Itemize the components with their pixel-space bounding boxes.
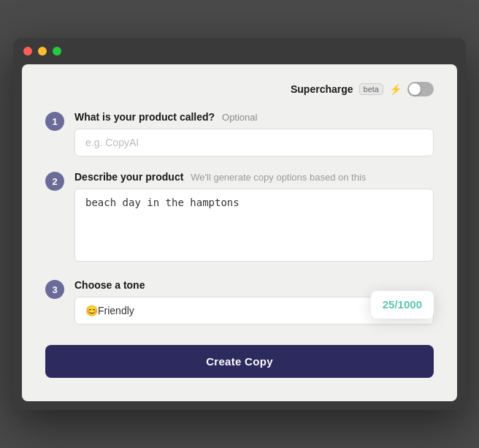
step-1: 1 What is your product called? Optional	[45, 111, 434, 156]
product-name-input[interactable]	[74, 129, 434, 156]
maximize-button[interactable]	[53, 47, 61, 56]
beta-badge: beta	[359, 83, 383, 95]
supercharge-toggle[interactable]	[407, 82, 434, 96]
step-2-title: Describe your product We'll generate cop…	[74, 171, 434, 183]
step-1-number: 1	[45, 112, 64, 131]
textarea-wrapper: beach day in the hamptons	[74, 189, 434, 265]
product-description-textarea[interactable]: beach day in the hamptons	[74, 189, 434, 262]
close-button[interactable]	[23, 47, 32, 56]
minimize-button[interactable]	[38, 47, 47, 56]
step-2-number: 2	[45, 172, 64, 191]
step-2: 2 Describe your product We'll generate c…	[45, 171, 434, 265]
step-1-optional: Optional	[222, 112, 257, 123]
supercharge-row: Supercharge beta ⚡	[45, 82, 434, 96]
step-3-title: Choose a tone	[74, 279, 434, 291]
char-counter-popup: 25/1000	[371, 291, 434, 319]
create-copy-button[interactable]: Create Copy	[45, 345, 434, 378]
supercharge-label: Supercharge	[291, 83, 353, 95]
main-content: Supercharge beta ⚡ 1 What is your produc…	[22, 64, 457, 401]
step-2-body: Describe your product We'll generate cop…	[74, 171, 434, 265]
step-3-number: 3	[45, 280, 64, 299]
char-counter-value: 25/1000	[383, 298, 422, 311]
app-window: Supercharge beta ⚡ 1 What is your produc…	[13, 38, 466, 410]
toggle-knob	[409, 83, 421, 95]
step-2-subtitle: We'll generate copy options based on thi…	[191, 172, 366, 183]
step-1-title: What is your product called? Optional	[74, 111, 434, 123]
titlebar	[13, 38, 466, 64]
step-1-body: What is your product called? Optional	[74, 111, 434, 156]
lightning-icon: ⚡	[389, 83, 402, 95]
